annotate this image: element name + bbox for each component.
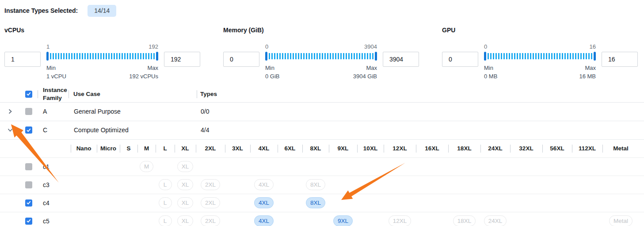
size-cell — [97, 176, 120, 194]
size-cell: 8XL — [302, 176, 329, 194]
size-pill-c3-4xl[interactable]: 4XL — [254, 179, 274, 190]
memory-range-min-label: 0 — [265, 43, 268, 50]
column-separator — [71, 145, 71, 153]
size-label: 4XL — [259, 145, 270, 152]
instance-type-name: c5 — [43, 218, 50, 225]
size-pill-c1-xl[interactable]: XL — [177, 161, 194, 172]
column-separator — [384, 145, 384, 153]
size-column-header-6xl: 6XL — [278, 140, 302, 157]
column-separator — [196, 145, 196, 153]
size-pill-c5-24xl[interactable]: 24XL — [484, 215, 507, 226]
gpu-slider-track[interactable] — [484, 52, 596, 61]
gpu-min-input[interactable] — [442, 52, 478, 67]
size-pill-c5-metal[interactable]: Metal — [609, 215, 633, 226]
size-cell — [542, 212, 572, 226]
vcpus-slider-track[interactable] — [46, 52, 158, 61]
size-pill-c4-2xl[interactable]: 2XL — [201, 197, 220, 208]
size-label: 18XL — [457, 145, 471, 152]
column-separator — [278, 145, 278, 153]
size-label: 9XL — [338, 145, 349, 152]
size-column-header-9xl: 9XL — [329, 140, 357, 157]
column-separator — [38, 90, 38, 98]
vcpus-min-input[interactable] — [4, 52, 41, 67]
size-column-header-micro: Micro — [97, 140, 120, 157]
memory-filter-group: Memory (GiB) 0 3904 Min 0 GiB — [223, 21, 419, 81]
size-label: 8XL — [310, 145, 321, 152]
size-cell — [196, 158, 225, 176]
size-column-header-8xl: 8XL — [302, 140, 329, 157]
size-cell — [510, 176, 542, 194]
gpu-slider-handle-min[interactable] — [484, 52, 486, 61]
vcpus-min-caption: Min 1 vCPU — [46, 64, 66, 81]
size-pill-c4-l[interactable]: L — [159, 197, 172, 208]
size-cell — [225, 194, 250, 212]
select-all-checkbox[interactable] — [25, 91, 32, 98]
gpu-slider-handle-max[interactable] — [594, 52, 596, 61]
types-column-header: Types — [200, 91, 217, 97]
size-cell — [225, 158, 250, 176]
size-label: 3XL — [232, 145, 243, 152]
size-pill-c4-8xl[interactable]: 8XL — [306, 197, 325, 208]
size-pill-c5-l[interactable]: L — [159, 215, 172, 226]
size-pill-c4-4xl[interactable]: 4XL — [254, 197, 274, 208]
vcpus-max-input[interactable] — [164, 52, 200, 67]
size-pill-c1-m[interactable]: M — [140, 161, 153, 172]
size-pill-c5-2xl[interactable]: 2XL — [201, 215, 220, 226]
instance-rows: c1MXLc3LXL2XL4XL8XLc4LXL2XL4XL8XLc5LXL2X… — [0, 158, 644, 226]
size-label: S — [126, 145, 130, 152]
size-cell — [71, 212, 97, 226]
size-label: 12XL — [392, 145, 407, 152]
size-pill-c5-18xl[interactable]: 18XL — [453, 215, 476, 226]
size-cell — [572, 176, 602, 194]
size-cell: 18XL — [448, 212, 480, 226]
family-a-checkbox[interactable] — [25, 108, 32, 115]
column-separator — [602, 145, 603, 153]
size-cell — [97, 158, 120, 176]
size-pill-c3-2xl[interactable]: 2XL — [201, 179, 220, 190]
size-pill-c3-8xl[interactable]: 8XL — [306, 179, 325, 190]
size-pill-c5-12xl[interactable]: 12XL — [389, 215, 412, 226]
collapse-chevron-down-icon[interactable] — [7, 126, 14, 134]
column-separator — [120, 145, 120, 153]
size-pill-c4-xl[interactable]: XL — [177, 197, 194, 208]
memory-min-input[interactable] — [223, 52, 259, 67]
size-column-header-l: L — [156, 140, 175, 157]
size-cell: 2XL — [196, 212, 225, 226]
c3-checkbox[interactable] — [25, 181, 32, 188]
size-cell — [480, 176, 510, 194]
memory-slider-track[interactable] — [265, 52, 377, 61]
size-pill-c5-xl[interactable]: XL — [177, 215, 194, 226]
vcpus-slider-handle-max[interactable] — [156, 52, 158, 61]
size-pill-c5-9xl[interactable]: 9XL — [333, 215, 353, 226]
column-separator — [572, 145, 572, 153]
memory-slider-handle-max[interactable] — [375, 52, 377, 61]
memory-max-input[interactable] — [383, 52, 419, 67]
size-column-header-3xl: 3XL — [225, 140, 250, 157]
c1-checkbox[interactable] — [25, 163, 32, 170]
gpu-max-input[interactable] — [602, 52, 638, 67]
vcpus-slider-handle-min[interactable] — [46, 52, 49, 61]
size-cell — [97, 212, 120, 226]
size-label: 24XL — [488, 145, 502, 152]
size-cell: 2XL — [196, 194, 225, 212]
instance-family-column-header: Instance Family — [43, 86, 69, 102]
size-cell — [278, 194, 302, 212]
size-cell — [97, 194, 120, 212]
expand-chevron-right-icon[interactable] — [7, 108, 14, 115]
c4-checkbox[interactable] — [25, 199, 32, 207]
gpu-range-min-label: 0 — [484, 43, 487, 50]
instance-row-c5: c5LXL2XL4XL9XL12XL18XL24XLMetal — [0, 212, 644, 226]
column-separator — [302, 145, 303, 153]
memory-slider-handle-min[interactable] — [265, 52, 267, 61]
instance-type-name: c3 — [43, 181, 50, 188]
size-pill-c3-xl[interactable]: XL — [177, 179, 194, 190]
types-count: 0/0 — [201, 108, 209, 115]
family-c-checkbox[interactable] — [25, 126, 32, 134]
size-cell — [357, 176, 384, 194]
memory-max-caption: Max 3904 GiB — [353, 64, 377, 81]
size-cell — [572, 212, 602, 226]
c5-checkbox[interactable] — [25, 218, 32, 225]
selection-summary-bar: Instance Types Selected: 14/14 — [0, 0, 644, 18]
size-pill-c3-l[interactable]: L — [159, 179, 172, 190]
size-pill-c5-4xl[interactable]: 4XL — [254, 215, 274, 226]
